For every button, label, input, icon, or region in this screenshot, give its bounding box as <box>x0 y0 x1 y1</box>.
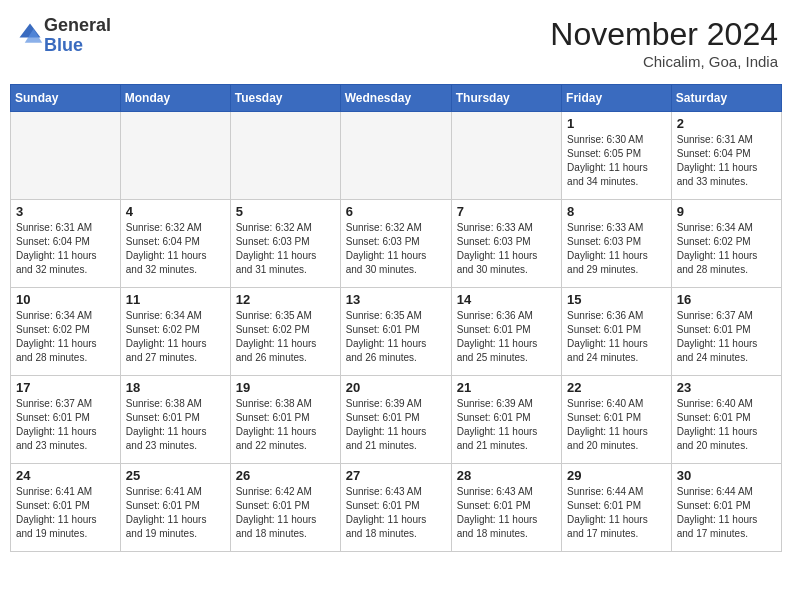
day-cell-11: 11Sunrise: 6:34 AMSunset: 6:02 PMDayligh… <box>120 288 230 376</box>
week-row-4: 17Sunrise: 6:37 AMSunset: 6:01 PMDayligh… <box>11 376 782 464</box>
day-number: 28 <box>457 468 556 483</box>
day-number: 22 <box>567 380 666 395</box>
day-info: Sunrise: 6:40 AMSunset: 6:01 PMDaylight:… <box>567 397 666 453</box>
day-cell-5: 5Sunrise: 6:32 AMSunset: 6:03 PMDaylight… <box>230 200 340 288</box>
day-info: Sunrise: 6:38 AMSunset: 6:01 PMDaylight:… <box>126 397 225 453</box>
day-cell-16: 16Sunrise: 6:37 AMSunset: 6:01 PMDayligh… <box>671 288 781 376</box>
day-cell-26: 26Sunrise: 6:42 AMSunset: 6:01 PMDayligh… <box>230 464 340 552</box>
day-number: 25 <box>126 468 225 483</box>
day-number: 30 <box>677 468 776 483</box>
logo-general-text: General <box>44 15 111 35</box>
weekday-header-wednesday: Wednesday <box>340 85 451 112</box>
week-row-3: 10Sunrise: 6:34 AMSunset: 6:02 PMDayligh… <box>11 288 782 376</box>
day-number: 26 <box>236 468 335 483</box>
day-info: Sunrise: 6:36 AMSunset: 6:01 PMDaylight:… <box>567 309 666 365</box>
day-cell-15: 15Sunrise: 6:36 AMSunset: 6:01 PMDayligh… <box>562 288 672 376</box>
day-cell-19: 19Sunrise: 6:38 AMSunset: 6:01 PMDayligh… <box>230 376 340 464</box>
day-cell-6: 6Sunrise: 6:32 AMSunset: 6:03 PMDaylight… <box>340 200 451 288</box>
day-info: Sunrise: 6:44 AMSunset: 6:01 PMDaylight:… <box>677 485 776 541</box>
day-number: 27 <box>346 468 446 483</box>
day-info: Sunrise: 6:42 AMSunset: 6:01 PMDaylight:… <box>236 485 335 541</box>
logo-blue-text: Blue <box>44 35 83 55</box>
page-header: General Blue November 2024 Chicalim, Goa… <box>10 10 782 76</box>
day-number: 20 <box>346 380 446 395</box>
day-cell-18: 18Sunrise: 6:38 AMSunset: 6:01 PMDayligh… <box>120 376 230 464</box>
day-cell-25: 25Sunrise: 6:41 AMSunset: 6:01 PMDayligh… <box>120 464 230 552</box>
weekday-header-tuesday: Tuesday <box>230 85 340 112</box>
day-info: Sunrise: 6:34 AMSunset: 6:02 PMDaylight:… <box>16 309 115 365</box>
day-number: 7 <box>457 204 556 219</box>
day-number: 12 <box>236 292 335 307</box>
day-info: Sunrise: 6:33 AMSunset: 6:03 PMDaylight:… <box>567 221 666 277</box>
day-number: 1 <box>567 116 666 131</box>
day-cell-8: 8Sunrise: 6:33 AMSunset: 6:03 PMDaylight… <box>562 200 672 288</box>
weekday-header-sunday: Sunday <box>11 85 121 112</box>
day-number: 19 <box>236 380 335 395</box>
day-cell-30: 30Sunrise: 6:44 AMSunset: 6:01 PMDayligh… <box>671 464 781 552</box>
day-info: Sunrise: 6:37 AMSunset: 6:01 PMDaylight:… <box>16 397 115 453</box>
weekday-header-row: SundayMondayTuesdayWednesdayThursdayFrid… <box>11 85 782 112</box>
day-info: Sunrise: 6:34 AMSunset: 6:02 PMDaylight:… <box>677 221 776 277</box>
day-info: Sunrise: 6:41 AMSunset: 6:01 PMDaylight:… <box>16 485 115 541</box>
day-number: 10 <box>16 292 115 307</box>
day-number: 16 <box>677 292 776 307</box>
day-info: Sunrise: 6:44 AMSunset: 6:01 PMDaylight:… <box>567 485 666 541</box>
weekday-header-saturday: Saturday <box>671 85 781 112</box>
day-info: Sunrise: 6:40 AMSunset: 6:01 PMDaylight:… <box>677 397 776 453</box>
day-info: Sunrise: 6:31 AMSunset: 6:04 PMDaylight:… <box>16 221 115 277</box>
day-info: Sunrise: 6:35 AMSunset: 6:02 PMDaylight:… <box>236 309 335 365</box>
day-info: Sunrise: 6:41 AMSunset: 6:01 PMDaylight:… <box>126 485 225 541</box>
day-number: 13 <box>346 292 446 307</box>
day-cell-27: 27Sunrise: 6:43 AMSunset: 6:01 PMDayligh… <box>340 464 451 552</box>
day-cell-10: 10Sunrise: 6:34 AMSunset: 6:02 PMDayligh… <box>11 288 121 376</box>
empty-cell <box>230 112 340 200</box>
day-cell-4: 4Sunrise: 6:32 AMSunset: 6:04 PMDaylight… <box>120 200 230 288</box>
day-info: Sunrise: 6:36 AMSunset: 6:01 PMDaylight:… <box>457 309 556 365</box>
day-cell-9: 9Sunrise: 6:34 AMSunset: 6:02 PMDaylight… <box>671 200 781 288</box>
title-block: November 2024 Chicalim, Goa, India <box>550 16 778 70</box>
day-info: Sunrise: 6:43 AMSunset: 6:01 PMDaylight:… <box>457 485 556 541</box>
day-cell-13: 13Sunrise: 6:35 AMSunset: 6:01 PMDayligh… <box>340 288 451 376</box>
day-number: 17 <box>16 380 115 395</box>
logo-icon <box>16 20 44 48</box>
day-cell-28: 28Sunrise: 6:43 AMSunset: 6:01 PMDayligh… <box>451 464 561 552</box>
day-info: Sunrise: 6:43 AMSunset: 6:01 PMDaylight:… <box>346 485 446 541</box>
empty-cell <box>451 112 561 200</box>
day-number: 14 <box>457 292 556 307</box>
day-cell-7: 7Sunrise: 6:33 AMSunset: 6:03 PMDaylight… <box>451 200 561 288</box>
day-number: 24 <box>16 468 115 483</box>
day-cell-23: 23Sunrise: 6:40 AMSunset: 6:01 PMDayligh… <box>671 376 781 464</box>
day-info: Sunrise: 6:32 AMSunset: 6:03 PMDaylight:… <box>236 221 335 277</box>
day-info: Sunrise: 6:33 AMSunset: 6:03 PMDaylight:… <box>457 221 556 277</box>
day-cell-2: 2Sunrise: 6:31 AMSunset: 6:04 PMDaylight… <box>671 112 781 200</box>
month-title: November 2024 <box>550 16 778 53</box>
day-cell-3: 3Sunrise: 6:31 AMSunset: 6:04 PMDaylight… <box>11 200 121 288</box>
day-info: Sunrise: 6:39 AMSunset: 6:01 PMDaylight:… <box>346 397 446 453</box>
week-row-2: 3Sunrise: 6:31 AMSunset: 6:04 PMDaylight… <box>11 200 782 288</box>
day-number: 5 <box>236 204 335 219</box>
day-info: Sunrise: 6:34 AMSunset: 6:02 PMDaylight:… <box>126 309 225 365</box>
day-info: Sunrise: 6:32 AMSunset: 6:03 PMDaylight:… <box>346 221 446 277</box>
day-number: 18 <box>126 380 225 395</box>
day-number: 8 <box>567 204 666 219</box>
empty-cell <box>120 112 230 200</box>
day-number: 2 <box>677 116 776 131</box>
day-info: Sunrise: 6:30 AMSunset: 6:05 PMDaylight:… <box>567 133 666 189</box>
day-cell-17: 17Sunrise: 6:37 AMSunset: 6:01 PMDayligh… <box>11 376 121 464</box>
day-number: 11 <box>126 292 225 307</box>
day-number: 4 <box>126 204 225 219</box>
day-number: 15 <box>567 292 666 307</box>
day-info: Sunrise: 6:35 AMSunset: 6:01 PMDaylight:… <box>346 309 446 365</box>
location-subtitle: Chicalim, Goa, India <box>550 53 778 70</box>
day-cell-1: 1Sunrise: 6:30 AMSunset: 6:05 PMDaylight… <box>562 112 672 200</box>
weekday-header-friday: Friday <box>562 85 672 112</box>
day-cell-29: 29Sunrise: 6:44 AMSunset: 6:01 PMDayligh… <box>562 464 672 552</box>
day-info: Sunrise: 6:32 AMSunset: 6:04 PMDaylight:… <box>126 221 225 277</box>
day-cell-21: 21Sunrise: 6:39 AMSunset: 6:01 PMDayligh… <box>451 376 561 464</box>
logo: General Blue <box>14 16 111 56</box>
day-cell-14: 14Sunrise: 6:36 AMSunset: 6:01 PMDayligh… <box>451 288 561 376</box>
empty-cell <box>340 112 451 200</box>
weekday-header-thursday: Thursday <box>451 85 561 112</box>
day-number: 23 <box>677 380 776 395</box>
day-cell-22: 22Sunrise: 6:40 AMSunset: 6:01 PMDayligh… <box>562 376 672 464</box>
